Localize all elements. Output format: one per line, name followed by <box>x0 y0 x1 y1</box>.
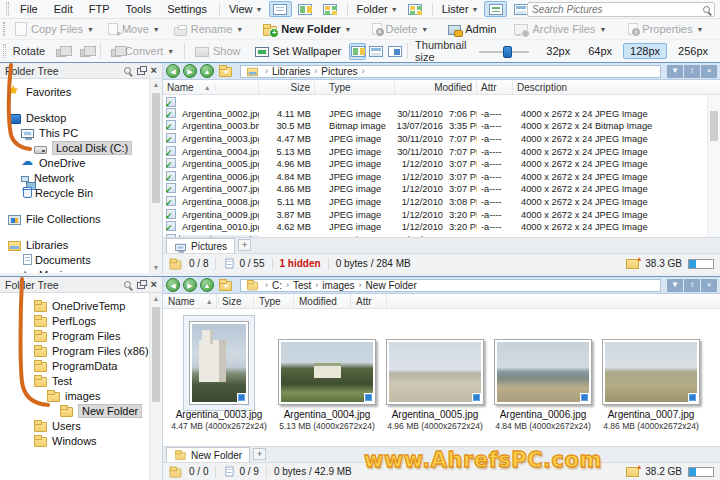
delete-button[interactable]: Delete ▼ <box>365 20 436 38</box>
file-row[interactable]: Argentina_0004.jpg5.13 MBJPEG image30/11… <box>163 145 707 158</box>
layout-toggle-2-button[interactable] <box>368 43 385 60</box>
tree-item-documents[interactable]: Documents <box>0 252 149 267</box>
column-header-name[interactable]: Name▲ <box>163 294 217 308</box>
close-pane-icon[interactable]: × <box>701 65 717 78</box>
tree-item-onedrivetemp[interactable]: OneDriveTemp <box>0 298 149 313</box>
tree-item-file-collections[interactable]: File Collections <box>0 211 149 226</box>
close-panel-icon[interactable]: × <box>151 65 157 76</box>
thumbnail-item[interactable]: Argentina_0005.jpg4.96 MB (4000x2672x24) <box>381 309 489 447</box>
breadcrumb-item-new-folder[interactable]: New Folder <box>366 280 417 291</box>
scrollbar-thumb[interactable] <box>152 307 160 402</box>
menu-ftp[interactable]: FTP <box>81 3 118 15</box>
add-tab-button[interactable]: + <box>253 448 266 460</box>
top-breadcrumb[interactable]: ›Libraries›Pictures› <box>240 65 661 78</box>
file-row[interactable]: Argentina_0006.jpg4.84 MBJPEG image1/12/… <box>163 171 707 184</box>
back-button[interactable]: ◀ <box>166 64 180 78</box>
menu-edit[interactable]: Edit <box>46 3 81 15</box>
tree-item-images[interactable]: images <box>0 388 149 403</box>
search-icon[interactable] <box>703 6 710 13</box>
tree-item-music[interactable]: Music <box>0 267 149 273</box>
copy-files-button[interactable]: Copy Files ▼ <box>8 20 101 38</box>
file-row[interactable]: Argentina_0005.jpg4.96 MBJPEG image1/12/… <box>163 158 707 171</box>
thumb-size-256px[interactable]: 256px <box>671 43 715 59</box>
tab-new-folder[interactable]: New Folder <box>166 447 250 462</box>
breadcrumb-item-c[interactable]: C: <box>272 280 282 291</box>
file-list-scrollbar[interactable] <box>707 95 720 237</box>
rotate-right-button[interactable] <box>73 44 97 58</box>
thumbnail-item[interactable]: Argentina_0003.jpg4.47 MB (4000x2672x24) <box>165 309 273 447</box>
thumbnail-item[interactable]: Argentina_0004.jpg5.13 MB (4000x2672x24) <box>273 309 381 447</box>
thumbnail-item[interactable]: Argentina_0007.jpg4.86 MB (4000x2672x24) <box>597 309 705 447</box>
folder-view-button[interactable] <box>404 1 427 17</box>
tree-item-users[interactable]: Users <box>0 418 149 433</box>
column-header-name[interactable]: Name▲ <box>163 80 259 94</box>
search-box[interactable] <box>527 2 715 17</box>
column-header-type[interactable]: Type <box>315 80 395 94</box>
properties-button[interactable]: Properties ▼ <box>619 20 710 38</box>
breadcrumb-item-pictures[interactable]: Pictures <box>321 66 357 77</box>
menu-tools[interactable]: Tools <box>117 3 159 15</box>
rotate-left-button[interactable] <box>49 44 73 58</box>
scroll-up-icon[interactable]: ▲ <box>150 79 162 90</box>
tree-item-libraries[interactable]: Libraries <box>0 237 149 252</box>
scroll-up-icon[interactable]: ▲ <box>150 293 162 304</box>
tree-item-desktop[interactable]: Desktop <box>0 110 149 125</box>
layout-toggle-3-button[interactable] <box>387 43 404 60</box>
tree-item-windows[interactable]: Windows <box>0 433 149 448</box>
collapse-pane-icon[interactable]: ▼ <box>667 279 683 292</box>
convert-button[interactable]: Convert ▼ <box>104 42 181 60</box>
breadcrumb-item-images[interactable]: images <box>322 280 354 291</box>
view-mode-details-button[interactable] <box>269 1 292 17</box>
layout-toggle-1-button[interactable] <box>349 43 366 60</box>
view-dropdown[interactable]: View ▼ <box>224 3 268 15</box>
tree-item-network[interactable]: Network <box>0 170 149 185</box>
menu-file[interactable]: File <box>12 3 46 15</box>
set-wallpaper-button[interactable]: Set Wallpaper <box>248 42 349 60</box>
file-row[interactable]: Argentina_0009.jpg3.87 MBJPEG image1/12/… <box>163 208 707 221</box>
tree-item-programdata[interactable]: ProgramData <box>0 358 149 373</box>
tree-item-onedrive[interactable]: OneDrive <box>0 155 149 170</box>
column-header-attr[interactable]: Attr <box>351 294 387 308</box>
column-header-size[interactable]: Size <box>259 80 315 94</box>
tree-item-program-files-x86[interactable]: Program Files (x86) <box>0 343 149 358</box>
breadcrumb-item-libraries[interactable]: Libraries <box>272 66 310 77</box>
up-button[interactable]: ▲ <box>200 278 214 292</box>
thumbnail-size-slider[interactable] <box>479 45 529 58</box>
swap-panes-icon[interactable]: ↕ <box>684 65 700 78</box>
column-header-size[interactable]: Size <box>217 294 254 308</box>
parent-folder-icon[interactable] <box>626 259 639 269</box>
tree-item-new-folder[interactable]: New Folder <box>0 403 149 418</box>
breadcrumb-item-test[interactable]: Test <box>293 280 311 291</box>
thumb-size-64px[interactable]: 64px <box>581 43 619 59</box>
tree-item-this-pc[interactable]: This PC <box>0 125 149 140</box>
slider-handle[interactable] <box>503 46 512 58</box>
forward-button[interactable]: ▶ <box>183 278 197 292</box>
view-mode-split-button[interactable] <box>294 1 317 17</box>
search-input[interactable] <box>532 4 703 15</box>
show-button[interactable]: Show <box>188 42 248 60</box>
add-tab-button[interactable]: + <box>238 239 251 251</box>
undock-panel-icon[interactable] <box>137 282 145 289</box>
column-header-modified[interactable]: Modified <box>294 294 351 308</box>
archive-files-button[interactable]: Archive Files ▼ <box>509 20 613 38</box>
search-tree-icon[interactable] <box>124 281 131 288</box>
up-button[interactable]: ▲ <box>200 64 214 78</box>
thumbnail-item[interactable]: Argentina_0006.jpg4.84 MB (4000x2672x24) <box>489 309 597 447</box>
tree-item-recycle-bin[interactable]: Recycle Bin <box>0 185 149 200</box>
column-header-description[interactable]: Description <box>513 80 720 94</box>
tree-scrollbar[interactable]: ▲ ▼ <box>149 79 162 273</box>
lister-horizontal-button[interactable] <box>484 1 507 17</box>
back-button[interactable]: ◀ <box>166 278 180 292</box>
menu-settings[interactable]: Settings <box>159 3 215 15</box>
tree-item-test[interactable]: Test <box>0 373 149 388</box>
search-tree-icon[interactable] <box>124 67 131 74</box>
move-button[interactable]: Move ▼ <box>101 20 167 38</box>
parent-folder-icon[interactable] <box>626 467 639 477</box>
view-mode-thumbs-button[interactable] <box>319 1 342 17</box>
folder-dropdown[interactable]: Folder ▼ <box>352 3 403 15</box>
column-header-attr[interactable]: Attr <box>477 80 513 94</box>
scrollbar-thumb[interactable] <box>710 111 718 141</box>
slideshow-button[interactable]: Slideshow ▼ <box>716 20 720 38</box>
favorites-folder-icon[interactable] <box>219 67 232 77</box>
thumb-size-128px[interactable]: 128px <box>623 43 667 59</box>
